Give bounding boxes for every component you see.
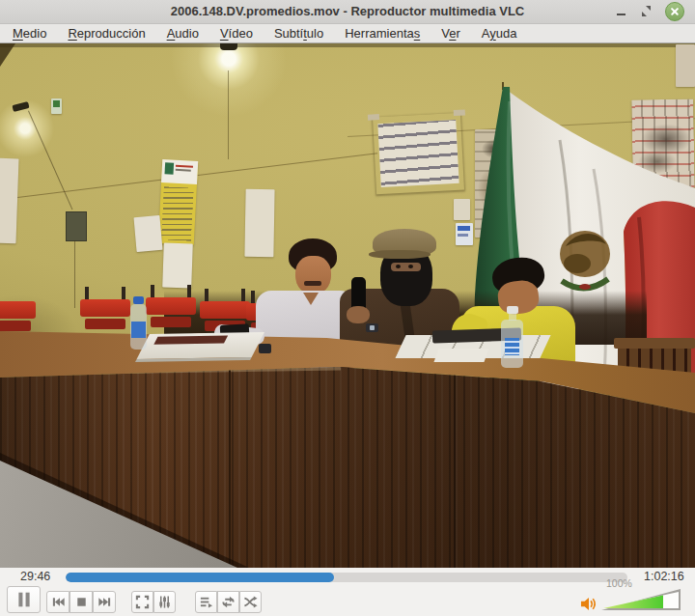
poster: [0, 158, 19, 244]
volume-slider-fill: [603, 592, 663, 608]
next-button[interactable]: [93, 591, 116, 613]
table-seam: [454, 362, 456, 568]
time-elapsed: 29:46: [20, 570, 50, 583]
next-icon: [97, 595, 112, 609]
microphone: [351, 277, 366, 310]
loop-icon: [221, 595, 236, 609]
table-seam: [229, 362, 231, 568]
stop-button[interactable]: [70, 591, 93, 613]
menu-item-reproduccion[interactable]: Reproducción: [57, 25, 155, 42]
poster: [162, 242, 193, 288]
menu-bar: MedioReproducciónAudioVídeoSubtítuloHerr…: [0, 24, 695, 43]
seek-progress: [66, 573, 334, 582]
stop-icon: [74, 595, 89, 609]
lamp-cord: [228, 70, 229, 159]
restore-icon: [642, 12, 647, 16]
speaker-icon[interactable]: [579, 597, 598, 615]
mustache: [304, 281, 321, 286]
time-total: 1:02:16: [644, 570, 684, 583]
loop-button[interactable]: [217, 591, 239, 613]
menu-item-ver[interactable]: Ver: [431, 25, 471, 42]
poster-imss: [158, 159, 199, 245]
volume-slider[interactable]: [601, 589, 681, 610]
fullscreen-icon: [135, 595, 150, 609]
equalizer-button[interactable]: [153, 591, 176, 613]
face: [295, 256, 331, 294]
shuffle-button[interactable]: [239, 591, 262, 613]
ceiling-shadow: [0, 43, 695, 47]
menu-item-ayuda[interactable]: Ayuda: [471, 25, 528, 42]
red-chair: [0, 289, 37, 337]
playlist-button[interactable]: [195, 591, 217, 613]
menu-item-audio[interactable]: Audio: [156, 25, 209, 42]
minimize-button[interactable]: [610, 0, 631, 23]
water-bottle: [498, 306, 525, 368]
ceiling-lamp: [220, 43, 237, 50]
lamp-wire: [74, 240, 75, 308]
window-title: 2006.148.DV.promedios.mov - Reproductor …: [0, 4, 695, 18]
red-chair: [79, 287, 131, 335]
eye: [396, 265, 401, 268]
cap-brim: [369, 250, 431, 259]
video-display[interactable]: [0, 43, 695, 568]
volume-label: 100%: [606, 577, 632, 589]
wristwatch: [259, 344, 271, 353]
notepad: [433, 349, 488, 362]
titlebar: 2006.148.DV.promedios.mov - Reproductor …: [0, 0, 695, 24]
hand: [347, 306, 370, 323]
poster: [51, 98, 62, 114]
menu-item-video[interactable]: Vídeo: [209, 25, 264, 42]
menu-item-herramientas[interactable]: Herramientas: [334, 25, 431, 42]
water-bottle: [127, 296, 149, 350]
eye: [408, 265, 413, 268]
minimize-icon: [617, 14, 626, 15]
pause-button[interactable]: [7, 586, 41, 613]
previous-button[interactable]: [46, 591, 70, 613]
notebooks: [135, 332, 264, 362]
close-icon: [665, 2, 684, 21]
menu-item-subtitulo[interactable]: Subtítulo: [264, 25, 334, 42]
shuffle-icon: [243, 595, 258, 609]
red-chair: [145, 285, 197, 333]
equalizer-icon: [157, 595, 172, 609]
previous-icon: [51, 595, 66, 609]
pause-icon: [15, 591, 33, 608]
restore-button[interactable]: [637, 0, 658, 23]
close-button[interactable]: [663, 0, 686, 23]
poster: [133, 215, 162, 252]
wristwatch: [366, 323, 378, 332]
electrical-box: [66, 211, 87, 241]
player-controls: 29:46 1:02:16: [0, 568, 695, 616]
menu-item-medio[interactable]: Medio: [2, 25, 57, 42]
playlist-icon: [199, 595, 213, 609]
restore-icon: [646, 6, 651, 11]
fullscreen-button[interactable]: [131, 591, 153, 613]
poster: [676, 44, 695, 87]
seek-bar[interactable]: [66, 573, 627, 582]
